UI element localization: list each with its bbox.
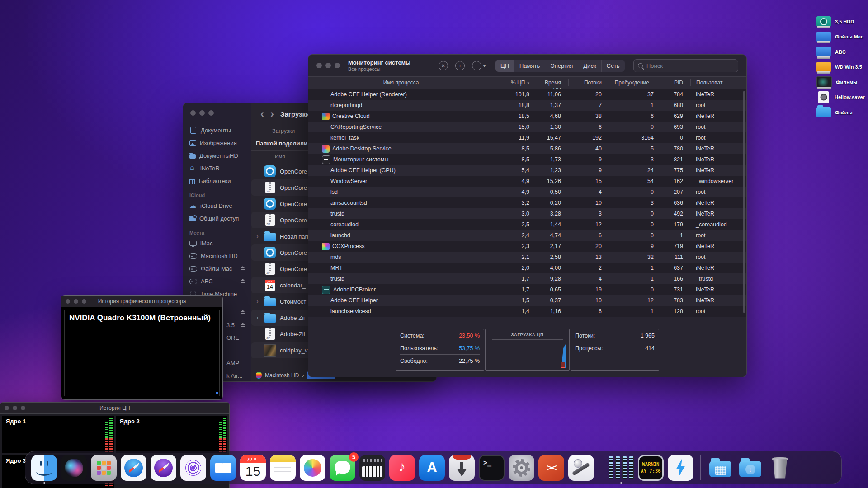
sidebar-item-partial[interactable]: k Air... [226,369,251,381]
dock-siri[interactable] [61,455,87,481]
search-field[interactable] [633,59,738,72]
tab-цп[interactable]: ЦП [495,60,514,72]
scrollbar-thumb[interactable] [743,91,745,313]
column-threads[interactable]: Потоки [568,79,609,86]
dock-app-store[interactable]: A [419,455,445,481]
dock-audio-meter[interactable] [608,455,634,481]
sidebar-item[interactable]: Macintosh HD [183,249,251,262]
dock-downloader[interactable] [449,455,475,481]
process-row[interactable]: trustd1,79,2841166_trustd [308,273,746,284]
gpu-window-titlebar[interactable]: История графического процессора [61,296,222,307]
disclosure-chevron-icon[interactable]: › [255,298,260,305]
tab-память[interactable]: Память [514,60,545,72]
dock-calendar[interactable]: ДЕК.15 [240,455,266,481]
process-row[interactable]: AdobeIPCBroker1,70,65190731iNeTeR [308,284,746,295]
process-row[interactable]: rtcreportingd18,81,3771680root [308,100,746,111]
process-row[interactable]: Adobe CEF Helper (GPU)5,41,23924775iNeTe… [308,165,746,176]
process-row[interactable]: CCXProcess2,32,17209719iNeTeR [308,241,746,252]
sidebar-item[interactable]: Общий доступ [183,212,251,225]
dock-warning-clock[interactable]: WARNINAY 7:36 [638,455,664,481]
path-device[interactable]: Macintosh HD [265,372,299,379]
chevron-down-icon[interactable]: ▾ [483,63,486,68]
process-row[interactable]: Adobe CEF Helper1,50,371012783iNeTeR [308,295,746,306]
dock-downloads-folder[interactable]: ↓ [737,455,763,481]
sidebar-item-partial[interactable] [226,306,251,319]
desktop-icon-5[interactable]: Hellow.saver [816,90,867,105]
column-user[interactable]: Пользоват... [690,79,746,86]
sidebar-item[interactable]: Библиотеки [183,174,251,187]
sidebar-item[interactable]: iMac [183,237,251,249]
sidebar-item[interactable]: iNeTeR [183,162,251,174]
zoom-button[interactable] [335,63,340,68]
minimize-button[interactable] [326,63,331,68]
tab-энергия[interactable]: Энергия [545,60,578,72]
search-input[interactable] [646,62,734,70]
sidebar-item-partial[interactable]: ORE [226,331,251,344]
dock-notes[interactable] [270,455,296,481]
dock-finder[interactable] [31,455,57,481]
process-row[interactable]: amsaccountsd3,20,20103636iNeTeR [308,197,746,208]
process-row[interactable]: mds2,12,581332111root [308,252,746,263]
sidebar-item[interactable]: iCloud Drive [183,199,251,212]
process-row[interactable]: launchservicesd1,41,1661128root [308,306,746,317]
desktop-icon-6[interactable]: Файлы [816,105,867,120]
process-row[interactable]: kernel_task11,915,4719231640root [308,132,746,143]
process-row[interactable]: lsd4,90,5040207root [308,187,746,197]
sidebar-item[interactable]: ABC [183,275,251,287]
eject-icon[interactable] [241,279,245,283]
process-row[interactable]: Adobe Desktop Service8,55,86405780iNeTeR [308,143,746,154]
process-row[interactable]: trustd3,03,2830492iNeTeR [308,208,746,219]
eject-icon[interactable] [241,310,245,314]
desktop-icon-4[interactable]: Фильмы [816,75,867,90]
dock-terminal[interactable]: >_ [479,455,505,481]
desktop-icon-0[interactable]: 3,5 HDD [816,14,867,29]
disclosure-chevron-icon[interactable]: › [255,233,260,239]
sidebar-item[interactable]: Документы [183,124,251,136]
dock-tor-browser[interactable] [180,455,206,481]
zoom-button[interactable] [208,110,214,116]
dock-photos[interactable] [300,455,326,481]
process-row[interactable]: launchd2,44,74601root [308,230,746,241]
close-button[interactable] [316,63,322,68]
eject-icon[interactable] [241,266,245,271]
forward-button[interactable]: › [270,108,274,119]
sidebar-item-partial[interactable]: 3.5 [226,319,251,331]
eject-icon[interactable] [241,323,245,327]
tab-сеть[interactable]: Сеть [601,60,625,72]
column-name[interactable]: Имя процесса [308,79,494,86]
dock-trash[interactable] [767,455,793,481]
dock-system-preferences[interactable] [509,455,534,481]
process-row[interactable]: Мониторинг системы8,51,7393821iNeTeR [308,154,746,165]
desktop-icon-2[interactable]: ABC [816,44,867,60]
quit-process-button[interactable]: ✕ [439,61,448,70]
column-cpu-time[interactable]: Время ЦП [537,79,568,86]
dock-applications-folder[interactable] [708,455,733,481]
dock-safari-tech-preview[interactable] [151,455,176,481]
sidebar-item-partial[interactable]: AMP [226,357,251,369]
disclosure-chevron-icon[interactable]: › [255,314,260,321]
process-row[interactable]: CAReportingService15,01,3060693root [308,122,746,132]
column-idle-wakeups[interactable]: Пробуждение... [609,79,661,86]
dock-lightning[interactable] [668,455,693,481]
dock-launchpad[interactable] [91,455,117,481]
cpu-window-titlebar[interactable]: История ЦП [0,403,229,414]
process-row[interactable]: coreaudiod2,51,44120179_coreaudiod [308,219,746,230]
process-row[interactable]: WindowServer4,915,261554162_windowserver [308,176,746,187]
column-pid[interactable]: PID [661,79,690,86]
column-cpu[interactable]: % ЦП▾ [494,79,537,86]
close-button[interactable] [190,110,196,116]
tab-диск[interactable]: Диск [578,60,601,72]
process-row[interactable]: MRT2,04,0021637iNeTeR [308,263,746,273]
dock-automator[interactable] [568,455,594,481]
dock-music[interactable]: ♪ [389,455,415,481]
dock-messages[interactable]: 5 [330,455,355,481]
sidebar-item[interactable]: ДокументыHD [183,149,251,162]
sidebar-item[interactable]: Файлы Mac [183,262,251,275]
back-button[interactable]: ‹ [260,108,264,119]
process-row[interactable]: Adobe CEF Helper (Renderer)101,811,06203… [308,89,746,100]
dock-safari[interactable] [121,455,146,481]
more-options-button[interactable]: ⋯ [472,61,481,70]
inspect-process-button[interactable]: i [455,61,465,70]
dock-remote-desktop[interactable]: >< [538,455,564,481]
desktop-icon-3[interactable]: WD Win 3.5 [816,60,867,75]
